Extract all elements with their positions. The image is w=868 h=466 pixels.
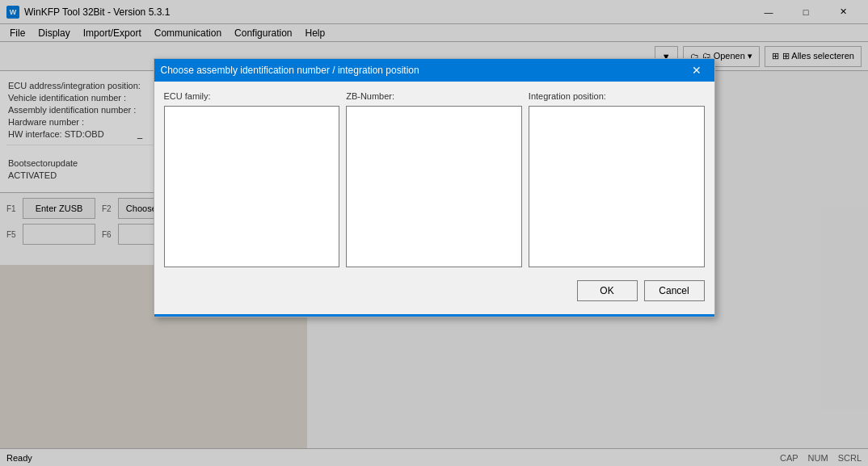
modal-close-button[interactable]: ✕ — [685, 59, 708, 82]
modal-bottom-line — [154, 314, 714, 317]
zb-number-label: ZB-Number: — [346, 91, 522, 101]
ecu-family-label: ECU family: — [164, 91, 340, 101]
modal-overlay: Choose assembly identification number / … — [0, 0, 868, 466]
integration-pos-col: Integration position: — [529, 91, 705, 267]
modal-dialog: Choose assembly identification number / … — [154, 58, 715, 317]
ok-button[interactable]: OK — [577, 280, 638, 301]
modal-title: Choose assembly identification number / … — [161, 65, 685, 76]
modal-footer: OK Cancel — [164, 277, 705, 304]
integration-pos-label: Integration position: — [529, 91, 705, 101]
modal-columns: ECU family: ZB-Number: Integration posit… — [164, 91, 705, 267]
cancel-button[interactable]: Cancel — [644, 280, 705, 301]
ecu-family-col: ECU family: — [164, 91, 340, 267]
zb-number-listbox[interactable] — [346, 106, 522, 267]
modal-body: ECU family: ZB-Number: Integration posit… — [154, 82, 714, 314]
ecu-family-listbox[interactable] — [164, 106, 340, 267]
zb-number-col: ZB-Number: — [346, 91, 522, 267]
modal-title-bar: Choose assembly identification number / … — [154, 59, 714, 82]
integration-pos-listbox[interactable] — [529, 106, 705, 267]
